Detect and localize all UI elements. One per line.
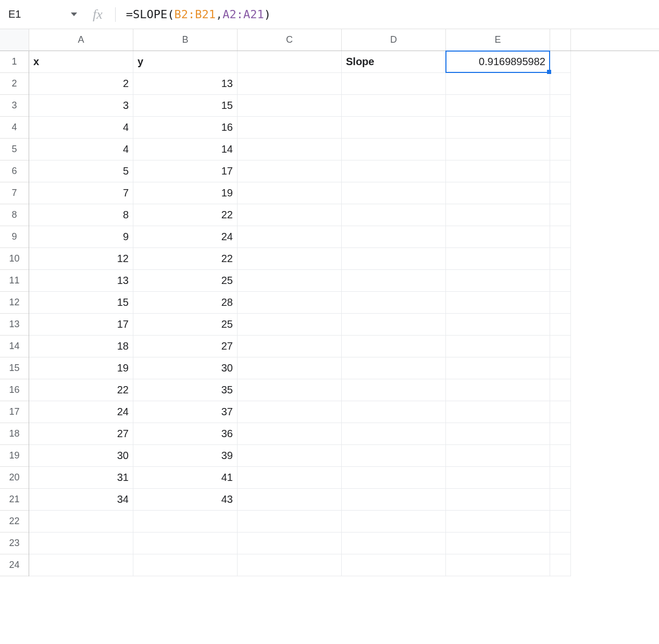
cell-F10[interactable] xyxy=(550,248,571,270)
cell-A24[interactable] xyxy=(29,554,133,576)
cell-B18[interactable]: 36 xyxy=(133,423,238,445)
cell-B16[interactable]: 35 xyxy=(133,379,238,401)
cell-F23[interactable] xyxy=(550,532,571,554)
cell-F11[interactable] xyxy=(550,270,571,292)
cell-A7[interactable]: 7 xyxy=(29,182,133,204)
row-header-12[interactable]: 12 xyxy=(0,292,29,314)
cell-A12[interactable]: 15 xyxy=(29,292,133,314)
row-header-24[interactable]: 24 xyxy=(0,554,29,576)
cell-D24[interactable] xyxy=(342,554,446,576)
select-all-corner[interactable] xyxy=(0,29,29,51)
cell-F15[interactable] xyxy=(550,357,571,379)
cell-F13[interactable] xyxy=(550,314,571,336)
cell-B7[interactable]: 19 xyxy=(133,182,238,204)
cell-F21[interactable] xyxy=(550,489,571,511)
cell-C3[interactable] xyxy=(238,95,342,117)
cell-C19[interactable] xyxy=(238,445,342,467)
row-header-17[interactable]: 17 xyxy=(0,401,29,423)
cell-E7[interactable] xyxy=(446,182,550,204)
cell-B1[interactable]: y xyxy=(133,51,238,73)
cell-D20[interactable] xyxy=(342,467,446,489)
cell-E17[interactable] xyxy=(446,401,550,423)
cell-A15[interactable]: 19 xyxy=(29,357,133,379)
cell-A3[interactable]: 3 xyxy=(29,95,133,117)
row-header-10[interactable]: 10 xyxy=(0,248,29,270)
cell-A22[interactable] xyxy=(29,511,133,532)
cell-D13[interactable] xyxy=(342,314,446,336)
cell-A1[interactable]: x xyxy=(29,51,133,73)
cell-E11[interactable] xyxy=(446,270,550,292)
cell-D8[interactable] xyxy=(342,204,446,226)
cell-A16[interactable]: 22 xyxy=(29,379,133,401)
cell-B12[interactable]: 28 xyxy=(133,292,238,314)
cell-E16[interactable] xyxy=(446,379,550,401)
cell-F4[interactable] xyxy=(550,117,571,139)
row-header-18[interactable]: 18 xyxy=(0,423,29,445)
cell-A17[interactable]: 24 xyxy=(29,401,133,423)
cell-A9[interactable]: 9 xyxy=(29,226,133,248)
row-header-8[interactable]: 8 xyxy=(0,204,29,226)
row-header-21[interactable]: 21 xyxy=(0,489,29,511)
cell-A8[interactable]: 8 xyxy=(29,204,133,226)
cell-E6[interactable] xyxy=(446,160,550,182)
cell-A20[interactable]: 31 xyxy=(29,467,133,489)
cell-A23[interactable] xyxy=(29,532,133,554)
cell-B19[interactable]: 39 xyxy=(133,445,238,467)
cell-D15[interactable] xyxy=(342,357,446,379)
cell-F1[interactable] xyxy=(550,51,571,73)
cell-E8[interactable] xyxy=(446,204,550,226)
cell-A18[interactable]: 27 xyxy=(29,423,133,445)
cell-B10[interactable]: 22 xyxy=(133,248,238,270)
cell-C9[interactable] xyxy=(238,226,342,248)
cell-E10[interactable] xyxy=(446,248,550,270)
row-header-19[interactable]: 19 xyxy=(0,445,29,467)
cell-F16[interactable] xyxy=(550,379,571,401)
cell-C14[interactable] xyxy=(238,336,342,357)
cell-C2[interactable] xyxy=(238,73,342,95)
cell-D10[interactable] xyxy=(342,248,446,270)
cell-C22[interactable] xyxy=(238,511,342,532)
cell-C1[interactable] xyxy=(238,51,342,73)
cell-E19[interactable] xyxy=(446,445,550,467)
cell-D23[interactable] xyxy=(342,532,446,554)
cell-C12[interactable] xyxy=(238,292,342,314)
chevron-down-icon[interactable] xyxy=(71,13,77,16)
cell-E12[interactable] xyxy=(446,292,550,314)
cell-F20[interactable] xyxy=(550,467,571,489)
cell-A19[interactable]: 30 xyxy=(29,445,133,467)
cell-D14[interactable] xyxy=(342,336,446,357)
cell-A5[interactable]: 4 xyxy=(29,139,133,160)
cell-B20[interactable]: 41 xyxy=(133,467,238,489)
col-header-F[interactable] xyxy=(550,29,571,51)
cell-E18[interactable] xyxy=(446,423,550,445)
cell-C23[interactable] xyxy=(238,532,342,554)
cell-F2[interactable] xyxy=(550,73,571,95)
cell-E14[interactable] xyxy=(446,336,550,357)
cell-E3[interactable] xyxy=(446,95,550,117)
cell-D2[interactable] xyxy=(342,73,446,95)
cell-F22[interactable] xyxy=(550,511,571,532)
cell-E23[interactable] xyxy=(446,532,550,554)
row-header-7[interactable]: 7 xyxy=(0,182,29,204)
row-header-6[interactable]: 6 xyxy=(0,160,29,182)
cell-F5[interactable] xyxy=(550,139,571,160)
cell-F3[interactable] xyxy=(550,95,571,117)
cell-D3[interactable] xyxy=(342,95,446,117)
cell-F14[interactable] xyxy=(550,336,571,357)
cell-F19[interactable] xyxy=(550,445,571,467)
col-header-B[interactable]: B xyxy=(133,29,238,51)
cell-F24[interactable] xyxy=(550,554,571,576)
cell-B8[interactable]: 22 xyxy=(133,204,238,226)
cell-B5[interactable]: 14 xyxy=(133,139,238,160)
cell-A13[interactable]: 17 xyxy=(29,314,133,336)
cell-F18[interactable] xyxy=(550,423,571,445)
cell-A4[interactable]: 4 xyxy=(29,117,133,139)
cell-C7[interactable] xyxy=(238,182,342,204)
cell-A21[interactable]: 34 xyxy=(29,489,133,511)
cell-C16[interactable] xyxy=(238,379,342,401)
col-header-E[interactable]: E xyxy=(446,29,550,51)
cell-B9[interactable]: 24 xyxy=(133,226,238,248)
cell-B6[interactable]: 17 xyxy=(133,160,238,182)
cell-C18[interactable] xyxy=(238,423,342,445)
cell-B2[interactable]: 13 xyxy=(133,73,238,95)
